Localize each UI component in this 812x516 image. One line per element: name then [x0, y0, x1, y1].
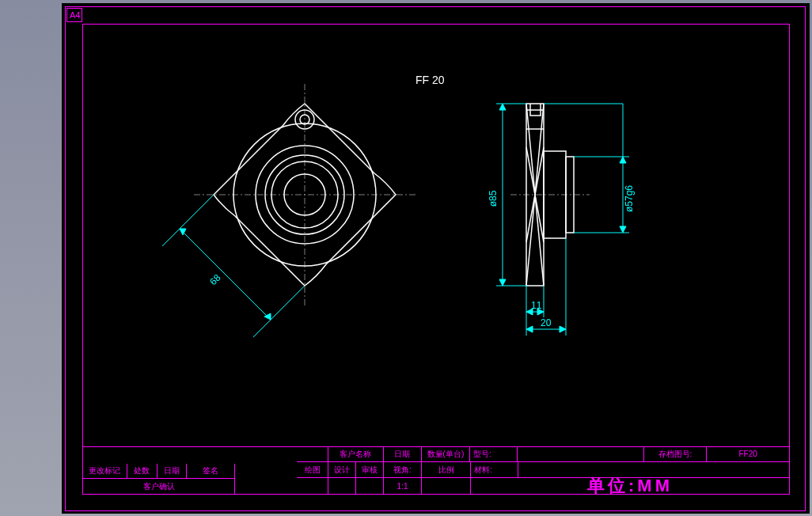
tb-archive: 存档图号: [644, 446, 708, 461]
svg-marker-28 [499, 279, 506, 286]
tb-revision-block: 更改标记 处数 日期 签名 客户确认 [83, 464, 235, 494]
tb-viewangle: 视角: [384, 462, 422, 477]
inner-frame: FF 20 [82, 24, 790, 495]
svg-line-10 [253, 286, 305, 337]
part-title: FF 20 [415, 74, 445, 86]
svg-line-11 [180, 229, 271, 320]
svg-marker-32 [620, 157, 626, 163]
side-view: ø85 ø57g6 [488, 104, 635, 336]
tb-date: 日期 [157, 464, 188, 478]
tb-material: 材料: [471, 462, 518, 477]
title-block: 更改标记 处数 日期 签名 客户确认 客户名称 日期 数量(单台) 型号: [83, 446, 789, 494]
drawing-canvas: A4 FF 20 [62, 3, 810, 514]
tb-review: 审核 [356, 462, 384, 477]
front-view: 68 [162, 84, 415, 337]
tb-sign: 签名 [187, 464, 234, 478]
dim-dia57: ø57g6 [624, 185, 635, 212]
tb-qty-unit: 数量(单台) [422, 446, 471, 461]
tb-draw: 绘图 [297, 462, 328, 477]
svg-marker-27 [499, 104, 506, 110]
tb-archive-val: FF20 [707, 446, 789, 461]
tb-scale: 比例 [422, 462, 471, 477]
dim-diag: 68 [207, 272, 223, 288]
tb-main-block: 客户名称 日期 数量(单台) 型号: 存档图号: FF20 绘图 设计 审核 视… [297, 446, 789, 494]
dim-11: 11 [531, 300, 542, 311]
sheet-format-label: A4 [67, 9, 82, 21]
svg-marker-45 [560, 326, 566, 332]
sheet-format-box: A4 [66, 8, 82, 22]
svg-marker-44 [526, 326, 533, 332]
tb-date-h: 日期 [384, 446, 422, 461]
tb-customer-name: 客户名称 [328, 446, 384, 461]
tb-unit: 单位:MM [471, 478, 789, 494]
dim-dia85: ø85 [488, 190, 499, 207]
tb-change-mark: 更改标记 [83, 464, 127, 478]
dim-20: 20 [541, 317, 552, 328]
svg-marker-33 [620, 226, 626, 233]
svg-line-9 [162, 195, 214, 246]
tb-customer-confirm: 客户确认 [83, 479, 234, 494]
tb-model: 型号: [470, 446, 518, 461]
tb-design: 设计 [328, 462, 356, 477]
tb-qty: 处数 [127, 464, 157, 478]
tb-scale-val: 1:1 [384, 478, 422, 494]
drawing-svg: FF 20 [83, 25, 791, 468]
